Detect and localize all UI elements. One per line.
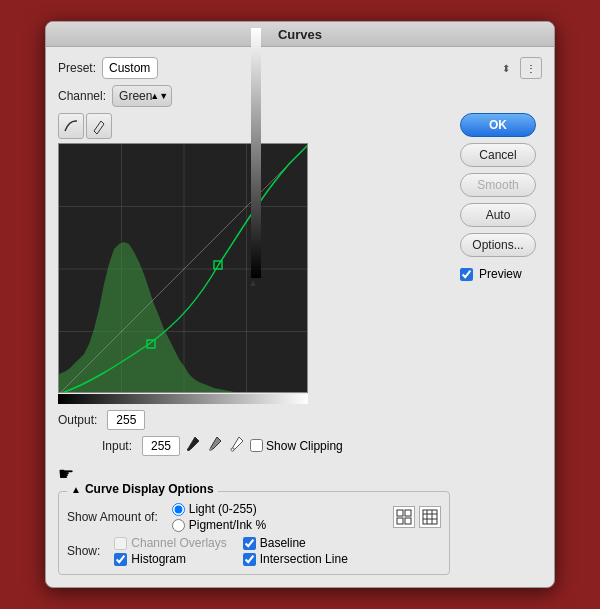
baseline-check-label[interactable]: Baseline bbox=[243, 536, 348, 550]
show-checkboxes: Channel Overlays Histogram B bbox=[114, 536, 347, 566]
smooth-button[interactable]: Smooth bbox=[460, 173, 536, 197]
ok-button[interactable]: OK bbox=[460, 113, 536, 137]
black-eyedropper-icon bbox=[186, 436, 200, 452]
light-radio[interactable] bbox=[172, 503, 185, 516]
channel-select-wrapper: RGB Red Green Blue ▲▼ bbox=[112, 85, 172, 107]
curve-display-options-group: ▲ Curve Display Options Show Amount of: … bbox=[58, 491, 450, 575]
auto-button[interactable]: Auto bbox=[460, 203, 536, 227]
grid-icons-group bbox=[393, 506, 441, 528]
channel-overlays-label[interactable]: Channel Overlays bbox=[114, 536, 226, 550]
curve-tool-button[interactable] bbox=[58, 113, 84, 139]
intersection-checkbox[interactable] bbox=[243, 553, 256, 566]
input-input[interactable] bbox=[142, 436, 180, 456]
svg-rect-13 bbox=[405, 518, 411, 524]
triangle-indicator: ▲ bbox=[248, 277, 258, 288]
svg-rect-11 bbox=[405, 510, 411, 516]
light-radio-label[interactable]: Light (0-255) bbox=[172, 502, 266, 516]
black-eyedropper-button[interactable] bbox=[184, 434, 202, 457]
baseline-checkbox[interactable] bbox=[243, 537, 256, 550]
preview-checkbox[interactable] bbox=[460, 268, 473, 281]
histogram-check-label[interactable]: Histogram bbox=[114, 552, 226, 566]
pigment-radio-label[interactable]: Pigment/Ink % bbox=[172, 518, 266, 532]
preview-label: Preview bbox=[479, 267, 522, 281]
input-label: Input: bbox=[102, 439, 132, 453]
preset-select[interactable]: Custom bbox=[102, 57, 158, 79]
white-eyedropper-icon bbox=[230, 436, 244, 452]
curve-options-legend: ▲ Curve Display Options bbox=[67, 482, 218, 496]
svg-point-9 bbox=[231, 448, 234, 451]
dialog-title: Curves bbox=[46, 22, 554, 47]
svg-point-7 bbox=[187, 448, 190, 451]
histogram-shape bbox=[59, 242, 308, 393]
grid-9-icon bbox=[422, 509, 438, 525]
grid-4-icon bbox=[396, 509, 412, 525]
svg-rect-18 bbox=[423, 510, 437, 524]
svg-line-0 bbox=[101, 121, 104, 124]
horizontal-gradient-bar bbox=[58, 394, 308, 404]
show-label: Show: bbox=[67, 544, 100, 558]
channel-select[interactable]: RGB Red Green Blue bbox=[112, 85, 172, 107]
white-eyedropper-button[interactable] bbox=[228, 434, 246, 457]
preset-label: Preset: bbox=[58, 61, 96, 75]
options-triangle-icon: ▲ bbox=[71, 484, 81, 495]
curves-dialog: Curves Preset: Custom ⬍ ⋮ Channel: RGB R… bbox=[45, 21, 555, 588]
grid-4-button[interactable] bbox=[393, 506, 415, 528]
options-button[interactable]: Options... bbox=[460, 233, 536, 257]
gray-eyedropper-icon bbox=[208, 436, 222, 452]
pencil-tool-button[interactable] bbox=[86, 113, 112, 139]
curve-icon bbox=[63, 118, 79, 134]
pencil-icon bbox=[91, 118, 107, 134]
channel-label: Channel: bbox=[58, 89, 106, 103]
preset-select-wrapper: Custom ⬍ bbox=[102, 57, 514, 79]
intersection-check-label[interactable]: Intersection Line bbox=[243, 552, 348, 566]
svg-rect-10 bbox=[397, 510, 403, 516]
output-label: Output: bbox=[58, 413, 97, 427]
grid-9-button[interactable] bbox=[419, 506, 441, 528]
channel-overlays-checkbox[interactable] bbox=[114, 537, 127, 550]
show-amount-radio-group: Light (0-255) Pigment/Ink % bbox=[172, 502, 266, 532]
show-clipping-checkbox[interactable] bbox=[250, 439, 263, 452]
histogram-checkbox[interactable] bbox=[114, 553, 127, 566]
gray-eyedropper-button[interactable] bbox=[206, 434, 224, 457]
svg-point-8 bbox=[209, 448, 212, 451]
curve-canvas[interactable] bbox=[58, 143, 308, 393]
vertical-gradient-bar bbox=[251, 28, 261, 278]
output-input[interactable] bbox=[107, 410, 145, 430]
preset-arrow-icon: ⬍ bbox=[502, 63, 510, 74]
show-clipping-label[interactable]: Show Clipping bbox=[250, 439, 343, 453]
cancel-button[interactable]: Cancel bbox=[460, 143, 536, 167]
show-amount-label: Show Amount of: bbox=[67, 510, 158, 524]
svg-rect-12 bbox=[397, 518, 403, 524]
presets-panel-button[interactable]: ⋮ bbox=[520, 57, 542, 79]
pigment-radio[interactable] bbox=[172, 519, 185, 532]
